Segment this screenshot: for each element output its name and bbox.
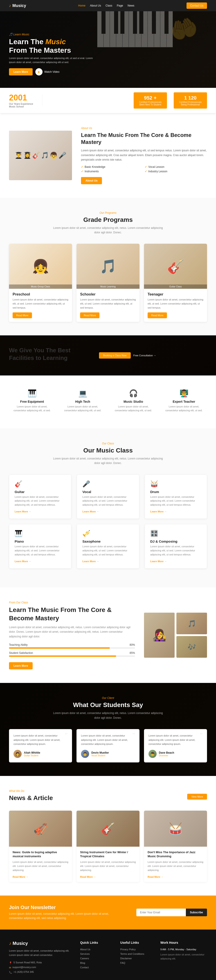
facilities-buttons: Booking a Class Now Free Consultation →	[99, 352, 156, 359]
news-body-3: Don't Miss The Importance of Jazz Music …	[144, 847, 207, 882]
email-icon: ✉	[9, 966, 11, 969]
news-title: News & Article	[9, 794, 53, 802]
useful-links-title: Useful Links	[121, 941, 151, 944]
progress-satisfaction: Student Satisfaction 85%	[9, 651, 135, 657]
class-grid-bottom: 🎹 Piano Lorem ipsum dolor sit amet, cons…	[9, 524, 207, 568]
preschool-btn[interactable]: Read More	[13, 312, 32, 318]
author-1-name: Aliah Whittle	[24, 751, 40, 754]
stat1-number: 952 +	[139, 95, 162, 101]
vocal-learn-more[interactable]: Learn More →	[83, 510, 99, 513]
saxophone-learn-more[interactable]: Learn More →	[83, 560, 99, 563]
teenager-btn[interactable]: Read More	[148, 312, 167, 318]
facility-expert-teacher: 👨‍🏫 Expert Teacher Lorem ipsum dolor sit…	[161, 385, 207, 417]
news-desc-1: Lorem ipsum dolor sit amet, consectetur …	[13, 860, 68, 872]
footer-quick-contact[interactable]: Contact	[80, 966, 111, 969]
author-3-name: Dave Beach	[159, 751, 174, 754]
piano-learn-more[interactable]: Learn More →	[14, 560, 31, 563]
music-class-description: Lorem ipsum dolor sit amet, consectetur …	[52, 456, 164, 466]
hero-section: 🤲 🎵 Learn Music Learn The Music From The…	[0, 11, 216, 88]
newsletter-section: Join Our Newsletter Lorem ipsum dolor si…	[0, 896, 216, 929]
contact-us-button[interactable]: Contact Us	[186, 3, 207, 9]
news-card-2: 🎸 String Instrument Care for Winter / Tr…	[76, 811, 140, 882]
author-1-role: Guitar Student	[24, 754, 40, 757]
progress-teaching-label: Teaching Ability 80%	[9, 643, 135, 646]
news-title-3: Don't Miss The Importance of Jazz Music …	[148, 850, 203, 858]
newsletter-desc: Lorem ipsum dolor sit amet, consectetur …	[9, 912, 122, 920]
piano-desc: Lorem ipsum dolor sit amet, consectetur …	[14, 545, 66, 557]
nav-link-class[interactable]: Class	[105, 4, 112, 7]
news-view-more-button[interactable]: View More	[187, 794, 207, 800]
news-read-more-2[interactable]: Read More →	[80, 875, 96, 878]
footer-quick-about[interactable]: About Us	[80, 948, 111, 951]
about-image: 👨‍🎓 👩‍🎓 🎸 🎵 👦 🎤	[9, 130, 72, 180]
author-2-info: Devin Mueller Vocal Student	[91, 751, 109, 757]
footer-address: 📍 5 Sunset Road N65, Rota	[9, 961, 71, 964]
footer-useful-privacy[interactable]: Privacy Policy	[121, 948, 151, 951]
stats-bar: 2001 Our Years Experience Music School 9…	[0, 88, 216, 113]
hero-watch-button[interactable]: ▶ Watch Video	[35, 68, 59, 75]
teenager-desc: Lorem ipsum dolor sit amet, consectetur …	[148, 298, 203, 310]
facilities-banner: We Give You The Best Facilities to Learn…	[0, 336, 216, 375]
footer-quick-services[interactable]: Services	[80, 953, 111, 955]
teenager-title: Teenager	[148, 292, 203, 296]
schooler-btn[interactable]: Read More	[80, 312, 100, 318]
testimonial-2: " Lorem ipsum dolor sit amet, consectetu…	[76, 729, 140, 762]
about-feature-4: ✓ Industry Lesson	[145, 170, 207, 173]
work-hours-title: Work Hours	[160, 941, 207, 944]
testimonial-2-author: 👨 Devin Mueller Vocal Student	[81, 750, 135, 758]
high-tech-title: High Tech	[62, 400, 103, 403]
drum-learn-more[interactable]: Learn More →	[150, 510, 167, 513]
guitar-learn-more[interactable]: Learn More →	[14, 510, 31, 513]
check-icon-4: ✓	[145, 170, 147, 173]
free-consultation-link[interactable]: Free Consultation →	[133, 354, 156, 357]
vocal-desc: Lorem ipsum dolor sit amet, consectetur …	[83, 495, 133, 507]
news-read-more-3[interactable]: Read More →	[148, 875, 164, 878]
from-class-img-2: 🎵	[176, 612, 207, 634]
progress-satisfaction-track	[9, 655, 135, 657]
high-tech-desc: Lorem ipsum dolor sit amet, consectetur …	[62, 405, 103, 413]
footer-quick-careers[interactable]: Careers	[80, 957, 111, 960]
drum-title: Drum	[150, 490, 202, 494]
news-title-2: String Instrument Care for Winter / Trop…	[80, 850, 136, 858]
quick-links-title: Quick Links	[80, 941, 111, 944]
stat2-number: 1 120	[179, 95, 202, 101]
testimonials-title: What Our Students Say	[9, 702, 207, 709]
dj-desc: Lorem ipsum dolor sit amet, consectetur …	[150, 545, 202, 557]
hero-learn-button[interactable]: Learn More	[9, 68, 33, 75]
newsletter-title: Join Our Newsletter	[9, 905, 122, 910]
news-read-more-1[interactable]: Read More →	[13, 875, 29, 878]
from-class-learn-button[interactable]: Learn More	[9, 662, 33, 670]
about-feature-3: ✓ Instruments	[81, 170, 143, 173]
news-section: What We Do News & Article View More 🎻 Ne…	[0, 776, 216, 896]
booking-class-button[interactable]: Booking a Class Now	[99, 352, 131, 359]
program-card-schooler: 🎵 Music Learning Schooler Lorem ipsum do…	[76, 244, 140, 322]
footer-useful-terms[interactable]: Terms and Conditions	[121, 953, 151, 955]
dj-learn-more[interactable]: Learn More →	[150, 560, 167, 563]
nav-link-about[interactable]: About Us	[90, 4, 101, 7]
hero-content: 🎵 Learn Music Learn The Music From The M…	[9, 33, 94, 76]
nav-link-page[interactable]: Page	[117, 4, 123, 7]
preschool-body: Preschool Lorem ipsum dolor sit amet, co…	[9, 289, 72, 322]
footer-useful-disclaimer[interactable]: Disclaimer	[121, 957, 151, 960]
footer-brand-desc: Lorem ipsum dolor sit amet, consectetur …	[9, 949, 71, 958]
check-icon-3: ✓	[81, 170, 83, 173]
nav-logo[interactable]: ♪ Musicy	[9, 3, 26, 8]
class-grid-top: 🎸 Guitar Lorem ipsum dolor sit amet, con…	[9, 474, 207, 519]
footer-useful-faq[interactable]: FAQ	[121, 961, 151, 964]
about-us-button[interactable]: About Us	[81, 177, 102, 184]
music-studio-desc: Lorem ipsum dolor sit amet, consectetur …	[113, 405, 154, 413]
stat-year-label1: Our Years Experience	[9, 102, 33, 105]
testimonial-3-text: Lorem ipsum dolor sit amet, consectetur …	[148, 733, 202, 746]
saxophone-title: Saxophone	[83, 539, 133, 543]
about-description: Lorem ipsum dolor sit amet, consectetur …	[81, 148, 207, 162]
footer-quick-blog[interactable]: Blog	[80, 961, 111, 964]
nav-link-home[interactable]: Home	[78, 4, 86, 7]
progress-satisfaction-label: Student Satisfaction 85%	[9, 651, 135, 654]
check-icon-2: ✓	[145, 165, 147, 169]
testimonial-3: " Lorem ipsum dolor sit amet, consectetu…	[144, 729, 207, 762]
newsletter-subscribe-button[interactable]: Subscribe	[186, 908, 207, 916]
drum-desc: Lorem ipsum dolor sit amet, consectetur …	[150, 495, 202, 507]
testimonials-desc: Lorem ipsum dolor sit amet, consectetur …	[52, 711, 164, 720]
nav-link-news[interactable]: News	[127, 4, 134, 7]
newsletter-email-input[interactable]	[137, 908, 186, 916]
